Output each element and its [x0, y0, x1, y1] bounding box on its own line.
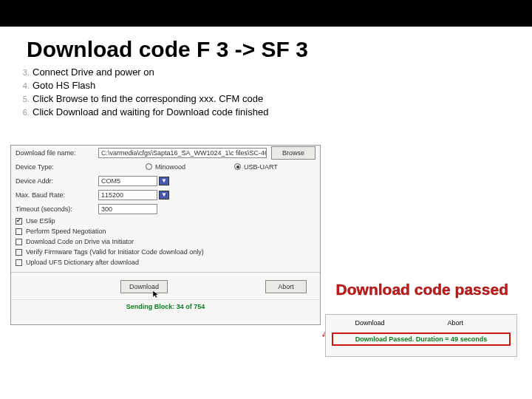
checkbox-upload-ufs-dictionary[interactable]: [16, 259, 22, 266]
baud-rate-label: Max. Baud Rate:: [16, 191, 98, 199]
checkbox-download-via-initiator-label: Download Code on Drive via Initiator: [26, 238, 134, 245]
result-dialog-crop: Download Abort Download Passed. Duration…: [325, 314, 517, 357]
device-addr-value: COM5: [101, 177, 120, 185]
checkbox-use-eslip[interactable]: ✔: [16, 218, 22, 225]
steps-list: 3.Connect Drive and power on 4.Goto HS F…: [19, 66, 532, 117]
step-row: 5.Click Browse to find the corresponding…: [19, 93, 532, 104]
mini-abort-button[interactable]: Abort: [448, 319, 488, 327]
timeout-label: Timeout (seconds):: [16, 205, 98, 213]
download-file-path-field[interactable]: C:\varmedia\cfgs\Sapta16_SA_WW1024_1\c f…: [98, 148, 267, 158]
checkbox-use-eslip-label: Use ESlip: [26, 217, 55, 225]
browse-button[interactable]: Browse: [271, 146, 316, 160]
mini-download-button[interactable]: Download: [355, 319, 401, 327]
baud-rate-value: 115200: [101, 191, 123, 199]
download-passed-status-highlight: Download Passed. Duration = 49 seconds: [332, 332, 511, 346]
radio-minowood-label: Minowood: [155, 163, 185, 171]
device-addr-field[interactable]: COM5: [98, 176, 157, 186]
step-row: 6.Click Download and waiting for Downloa…: [19, 106, 532, 117]
download-dialog: Download file name: C:\varmedia\cfgs\Sap…: [10, 145, 321, 325]
step-row: 3.Connect Drive and power on: [19, 66, 532, 78]
top-black-bar: [0, 0, 532, 27]
abort-button[interactable]: Abort: [265, 280, 307, 293]
timeout-field[interactable]: 300: [98, 204, 157, 214]
sending-block-status: Sending Block: 34 of 754: [11, 299, 320, 310]
checkbox-verify-firmware-tags-label: Verify Firmware Tags (Valid for Initiato…: [26, 248, 204, 256]
download-button[interactable]: Download: [120, 280, 168, 293]
checkbox-verify-firmware-tags[interactable]: [16, 249, 22, 256]
dropdown-icon[interactable]: ▼: [159, 191, 169, 200]
baud-rate-field[interactable]: 115200: [98, 190, 157, 200]
radio-usb-uart[interactable]: [234, 163, 241, 170]
download-passed-callout: Download code passed: [336, 281, 508, 299]
step-text: Goto HS Flash: [33, 80, 95, 91]
device-addr-label: Device Addr:: [16, 177, 98, 185]
step-row: 4.Goto HS Flash: [19, 80, 532, 91]
timeout-value: 300: [101, 205, 112, 213]
checkbox-upload-ufs-dictionary-label: Upload UFS Dictionary after download: [26, 259, 139, 266]
step-text: Connect Drive and power on: [33, 66, 154, 78]
step-text: Click Browse to find the corresponding x…: [33, 93, 263, 104]
download-file-path-value: C:\varmedia\cfgs\Sapta16_SA_WW1024_1\c f…: [101, 149, 267, 157]
device-type-label: Device Type:: [16, 163, 98, 171]
radio-usb-uart-label: USB-UART: [244, 163, 278, 171]
checkbox-speed-negotiation-label: Perform Speed Negotiation: [26, 228, 106, 235]
checkbox-download-via-initiator[interactable]: [16, 239, 22, 245]
checkbox-speed-negotiation[interactable]: [16, 228, 22, 235]
slide-title: Download code F 3 -> SF 3: [27, 37, 532, 62]
radio-minowood[interactable]: [146, 163, 152, 170]
dropdown-icon[interactable]: ▼: [159, 177, 169, 185]
download-file-label: Download file name:: [16, 149, 98, 157]
step-text: Click Download and waiting for Download …: [33, 106, 268, 117]
download-passed-status-text: Download Passed. Duration = 49 seconds: [355, 335, 487, 343]
